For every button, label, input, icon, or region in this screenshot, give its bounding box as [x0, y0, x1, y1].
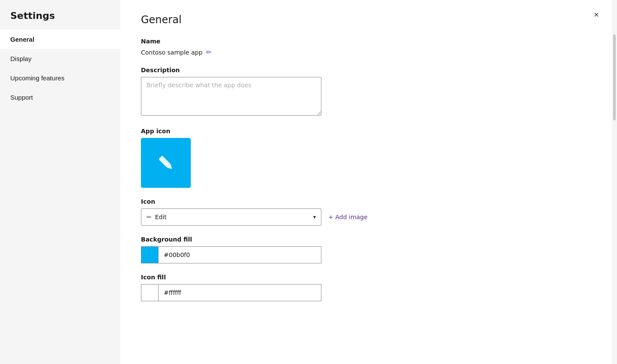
description-textarea[interactable]	[141, 77, 321, 116]
sidebar-item-display[interactable]: Display	[0, 49, 120, 68]
icon-select-value: Edit	[155, 214, 167, 220]
app-icon-section: App icon	[141, 128, 591, 188]
icon-select-dropdown[interactable]: ✏ Edit ▾	[141, 208, 321, 226]
background-color-swatch[interactable]	[141, 246, 158, 263]
description-section: Description	[141, 67, 591, 117]
chevron-down-icon: ▾	[313, 214, 316, 220]
page-title: General	[141, 14, 591, 26]
background-fill-section: Background fill	[141, 236, 591, 263]
background-fill-label: Background fill	[141, 236, 591, 243]
app-icon-label: App icon	[141, 128, 591, 135]
icon-label: Icon	[141, 198, 591, 205]
app-icon-preview[interactable]	[141, 138, 191, 188]
sidebar-item-support[interactable]: Support	[0, 88, 120, 107]
icon-fill-section: Icon fill	[141, 274, 591, 301]
sidebar: Settings General Display Upcoming featur…	[0, 0, 120, 364]
description-label: Description	[141, 67, 591, 73]
pencil-icon	[155, 152, 177, 174]
main-content: × General Name Contoso sample app ✏ Desc…	[120, 0, 612, 364]
scrollbar-track	[612, 0, 617, 364]
icon-fill-row	[141, 284, 591, 301]
name-section: Name Contoso sample app ✏	[141, 38, 591, 56]
icon-section: Icon ✏ Edit ▾ + Add image	[141, 198, 591, 226]
background-fill-row	[141, 246, 591, 263]
sidebar-item-upcoming-features[interactable]: Upcoming features	[0, 68, 120, 88]
name-label: Name	[141, 38, 591, 45]
close-button[interactable]: ×	[590, 8, 603, 21]
icon-select-pencil-icon: ✏	[147, 214, 152, 220]
icon-fill-swatch[interactable]	[141, 284, 158, 301]
add-image-button[interactable]: + Add image	[328, 214, 367, 220]
icon-fill-input[interactable]	[158, 284, 321, 301]
icon-fill-label: Icon fill	[141, 274, 591, 281]
name-edit-icon[interactable]: ✏	[206, 48, 211, 56]
sidebar-title: Settings	[0, 0, 120, 30]
sidebar-item-general[interactable]: General	[0, 30, 120, 49]
sidebar-nav: General Display Upcoming features Suppor…	[0, 30, 120, 107]
icon-row: ✏ Edit ▾ + Add image	[141, 208, 591, 226]
scrollbar-thumb[interactable]	[613, 34, 616, 120]
background-color-input[interactable]	[158, 246, 321, 263]
app-name-text: Contoso sample app	[141, 49, 202, 56]
name-value-row: Contoso sample app ✏	[141, 48, 591, 56]
